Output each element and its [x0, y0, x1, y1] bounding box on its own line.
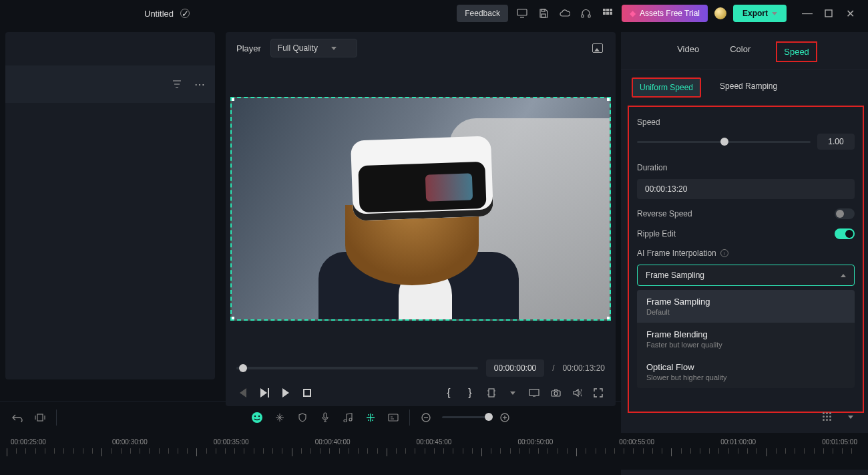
timeline-view-dropdown-icon[interactable] — [844, 411, 857, 424]
slider-thumb[interactable] — [720, 138, 728, 146]
window-close-icon[interactable]: ✕ — [843, 6, 857, 21]
theme-moon-icon[interactable] — [714, 7, 726, 19]
ai-interp-label: AI Frame Interpolationi — [637, 249, 855, 258]
titlebar: Untitled ✓ Feedback ◆Assets Free Trial E… — [0, 0, 868, 27]
camera-icon[interactable] — [549, 386, 562, 400]
media-panel: ⋯ — [0, 27, 220, 401]
prev-frame-icon[interactable] — [236, 386, 250, 400]
transport-bar: 00:00:00:00 / 00:00:13:20 { } — [226, 353, 616, 406]
display-icon[interactable] — [527, 386, 541, 400]
crop-frame-icon[interactable] — [33, 411, 47, 424]
tab-speed[interactable]: Speed — [776, 41, 817, 62]
trim-icon[interactable] — [485, 386, 498, 400]
option-optical-flow[interactable]: Optical Flow Slower but higher quality — [637, 355, 855, 388]
reverse-speed-label: Reverse Speed — [637, 209, 692, 218]
video-viewport[interactable] — [226, 64, 616, 353]
stop-icon[interactable] — [300, 386, 314, 400]
duration-field[interactable] — [637, 179, 855, 199]
video-clip-frame[interactable] — [230, 97, 611, 321]
svg-point-17 — [252, 412, 262, 423]
window-maximize-icon[interactable] — [821, 6, 836, 21]
resize-handle[interactable] — [607, 97, 611, 101]
inspector-panel: Video Color Speed Uniform Speed Speed Ra… — [621, 27, 868, 401]
ruler-label: 00:01:00:00 — [720, 438, 756, 446]
speed-settings-group: Speed 1.00 Duration Reverse Speed Ripple… — [628, 106, 864, 413]
play-icon[interactable] — [279, 386, 292, 400]
headphones-icon[interactable] — [579, 6, 594, 21]
svg-rect-2 — [541, 9, 545, 11]
zoom-slider-thumb[interactable] — [485, 413, 493, 421]
resize-handle[interactable] — [607, 317, 611, 321]
resize-handle[interactable] — [230, 97, 234, 101]
volume-icon[interactable] — [570, 386, 584, 400]
scrub-track[interactable] — [236, 367, 478, 369]
svg-rect-13 — [529, 389, 539, 395]
ruler-label: 00:00:30:00 — [112, 438, 148, 446]
svg-point-15 — [554, 392, 558, 395]
info-icon[interactable]: i — [720, 249, 728, 257]
video-placeholder — [232, 98, 610, 319]
chevron-down-icon[interactable] — [506, 386, 519, 400]
caption-icon[interactable] — [387, 411, 400, 424]
option-frame-blending[interactable]: Frame Blending Faster but lower quality — [637, 323, 855, 355]
tab-color[interactable]: Color — [724, 41, 756, 62]
svg-rect-7 — [610, 9, 612, 11]
reverse-speed-toggle[interactable] — [835, 208, 855, 219]
ruler-label: 00:00:50:00 — [517, 438, 553, 446]
window-minimize-icon[interactable]: — — [800, 6, 815, 21]
svg-rect-10 — [610, 12, 612, 15]
subtab-uniform-speed[interactable]: Uniform Speed — [632, 77, 701, 98]
undo-icon[interactable] — [11, 411, 24, 424]
export-button[interactable]: Export — [733, 5, 787, 22]
step-forward-icon[interactable] — [258, 386, 271, 400]
svg-rect-5 — [603, 9, 606, 11]
zoom-out-icon[interactable] — [419, 411, 433, 424]
filter-icon[interactable] — [170, 77, 184, 92]
ripple-edit-toggle[interactable] — [835, 228, 855, 239]
shield-icon[interactable] — [296, 411, 309, 424]
timeline-ruler[interactable]: 00:00:25:00 00:00:30:00 00:00:35:00 00:0… — [0, 433, 868, 470]
apps-grid-icon[interactable] — [600, 6, 615, 21]
ai-interp-dropdown: Frame Sampling Default Frame Blending Fa… — [637, 290, 855, 388]
svg-rect-6 — [606, 9, 609, 11]
tab-video[interactable]: Video — [672, 41, 704, 62]
mark-in-icon[interactable]: { — [442, 386, 455, 400]
snap-magnet-icon[interactable] — [364, 411, 377, 424]
sparkle-icon[interactable] — [273, 411, 286, 424]
monitor-icon[interactable] — [515, 6, 529, 21]
speed-value[interactable]: 1.00 — [817, 134, 855, 150]
quality-select[interactable]: Full Quality — [270, 39, 357, 57]
svg-rect-11 — [825, 10, 832, 17]
svg-rect-1 — [541, 14, 546, 17]
option-frame-sampling[interactable]: Frame Sampling Default — [637, 290, 855, 323]
chevron-down-icon — [331, 47, 337, 50]
svg-rect-9 — [606, 12, 609, 15]
time-separator: / — [552, 363, 554, 373]
ai-interp-select[interactable]: Frame Sampling — [637, 265, 855, 286]
ruler-label: 00:01:05:00 — [822, 438, 857, 446]
cloud-icon[interactable] — [558, 6, 572, 21]
more-options-icon[interactable]: ⋯ — [192, 77, 207, 92]
music-note-icon[interactable] — [341, 411, 355, 424]
assets-free-trial-button[interactable]: ◆Assets Free Trial — [622, 5, 708, 22]
microphone-icon[interactable] — [318, 411, 332, 424]
timeline-view-icon[interactable] — [821, 411, 835, 424]
scrub-thumb[interactable] — [239, 364, 247, 372]
ruler-label: 00:00:35:00 — [214, 438, 249, 446]
mark-out-icon[interactable]: } — [463, 386, 477, 400]
snapshot-image-icon[interactable] — [590, 41, 605, 55]
zoom-in-icon[interactable] — [498, 411, 511, 424]
playhead-line — [421, 97, 421, 98]
feedback-button[interactable]: Feedback — [457, 5, 508, 22]
resize-handle[interactable] — [230, 317, 234, 321]
svg-point-19 — [258, 415, 260, 416]
smiley-avatar-icon — [250, 411, 264, 424]
svg-point-18 — [254, 415, 256, 416]
speed-slider[interactable] — [637, 141, 811, 143]
zoom-slider[interactable] — [442, 416, 489, 418]
svg-rect-16 — [37, 414, 43, 421]
save-icon[interactable] — [536, 6, 551, 21]
fullscreen-icon[interactable] — [592, 386, 605, 400]
ripple-edit-label: Ripple Edit — [637, 229, 676, 239]
subtab-speed-ramping[interactable]: Speed Ramping — [713, 77, 784, 98]
